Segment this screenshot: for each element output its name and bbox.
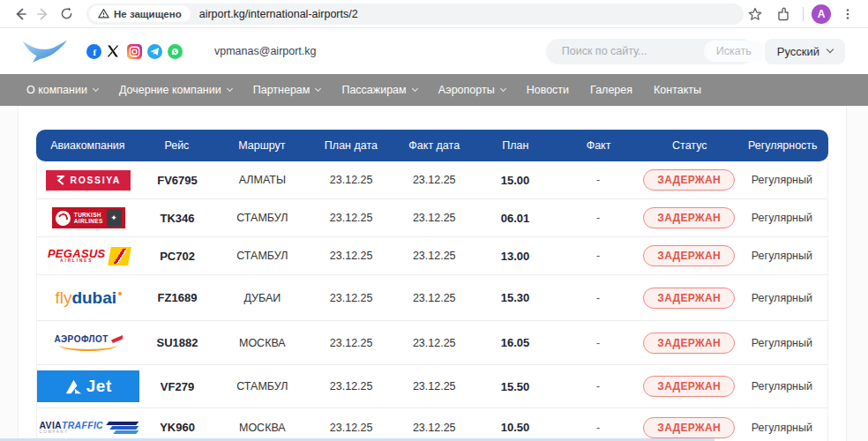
column-header-3: Маршрут	[214, 139, 310, 152]
cell-plan-date: 23.12.25	[310, 174, 393, 186]
cell-plan-time: 16.05	[475, 336, 555, 349]
cell-flight: YK960	[139, 421, 214, 434]
cell-plan-time: 13.00	[475, 250, 555, 263]
nav-item-label: Контакты	[654, 84, 701, 96]
airport-logo-icon[interactable]	[22, 37, 71, 65]
bookmark-star-icon[interactable]	[744, 3, 767, 26]
airline-logo-aviatraffic: AVIATRAFFICCOMPANY	[39, 421, 138, 435]
address-bar[interactable]: Не защищено airport.kg/international-air…	[86, 4, 744, 25]
cell-fact-date: 23.12.25	[393, 212, 475, 224]
nav-item-3[interactable]: Партнерам	[253, 84, 321, 96]
cell-regularity: Регулярный	[737, 337, 827, 349]
warning-icon	[98, 8, 109, 19]
cell-fact-time: -	[555, 337, 642, 349]
column-header-1: Авиакомпания	[36, 139, 139, 152]
nav-item-label: Партнерам	[253, 84, 311, 96]
extensions-icon[interactable]	[772, 3, 795, 26]
cell-flight: FZ1689	[139, 291, 214, 304]
cell-plan-time: 15.00	[475, 174, 555, 187]
airline-logo-turkish: TURKISHAIRLINES✦	[52, 207, 125, 228]
column-header-6: План	[475, 139, 555, 152]
status-badge: ЗАДЕРЖАН	[643, 207, 735, 228]
contact-email[interactable]: vpmanas@airport.kg	[214, 45, 317, 57]
content-card: АвиакомпанияРейсМаршрутПлан датаФакт дат…	[18, 106, 847, 441]
cell-airline: АЭРОФЛОТ	[37, 334, 139, 351]
nav-item-5[interactable]: Аэропорты	[438, 84, 505, 96]
cell-plan-date: 23.12.25	[310, 422, 393, 434]
cell-regularity: Регулярный	[737, 212, 827, 224]
column-header-4: План дата	[310, 139, 393, 152]
nav-item-4[interactable]: Пассажирам	[341, 84, 416, 96]
chevron-down-icon	[827, 46, 834, 53]
table-row: TURKISHAIRLINES✦TK346СТАМБУЛ23.12.2523.1…	[37, 199, 827, 237]
cell-route: МОСКВА	[215, 337, 311, 349]
cell-flight: FV6795	[139, 174, 214, 187]
aviatraffic-stripes-icon	[108, 422, 138, 434]
nav-item-label: О компании	[26, 84, 87, 96]
status-badge: ЗАДЕРЖАН	[643, 417, 735, 438]
status-badge: ЗАДЕРЖАН	[643, 169, 735, 191]
cell-fact-time: -	[555, 422, 642, 434]
cell-status: ЗАДЕРЖАН	[641, 169, 737, 191]
column-header-2: Рейс	[139, 139, 214, 152]
url-text: airport.kg/international-airports/2	[199, 8, 358, 20]
nav-item-2[interactable]: Дочерние компании	[119, 84, 232, 96]
svg-text:f: f	[93, 48, 96, 57]
chevron-down-icon	[227, 86, 233, 92]
cell-flight: VF279	[139, 380, 214, 393]
cell-plan-date: 23.12.25	[310, 380, 393, 392]
page-content: АвиакомпанияРейсМаршрутПлан датаФакт дат…	[0, 106, 868, 441]
cell-plan-time: 15.30	[475, 291, 555, 304]
cell-fact-date: 23.12.25	[393, 292, 475, 304]
nav-item-6[interactable]: Новости	[527, 84, 569, 96]
nav-item-label: Дочерние компании	[119, 84, 221, 96]
telegram-icon[interactable]	[147, 44, 162, 59]
cell-fact-date: 23.12.25	[393, 422, 475, 434]
nav-item-8[interactable]: Контакты	[654, 84, 701, 96]
profile-avatar[interactable]: A	[812, 4, 831, 24]
language-selector[interactable]: Русский	[765, 39, 845, 64]
flight-table-body: ROSSIYAFV6795АЛМАТЫ23.12.2523.12.2515.00…	[36, 161, 828, 441]
cell-status: ЗАДЕРЖАН	[641, 417, 737, 438]
language-label: Русский	[777, 45, 819, 58]
cell-fact-date: 23.12.25	[393, 250, 475, 262]
table-row: AVIATRAFFICCOMPANYYK960МОСКВА23.12.2523.…	[37, 408, 827, 441]
forward-icon[interactable]	[32, 3, 55, 26]
cell-regularity: Регулярный	[737, 174, 827, 186]
airline-logo-flydubai: flydubai	[55, 289, 122, 306]
nav-item-1[interactable]: О компании	[26, 84, 98, 96]
airline-logo-rossiya: ROSSIYA	[46, 170, 131, 191]
ajet-a-icon	[65, 378, 82, 395]
cell-plan-date: 23.12.25	[310, 212, 393, 224]
nav-item-7[interactable]: Галерея	[590, 84, 632, 96]
security-chip[interactable]: Не защищено	[89, 5, 191, 22]
cell-airline: flydubai	[37, 289, 139, 306]
back-icon[interactable]	[9, 3, 32, 26]
nav-item-label: Новости	[527, 84, 569, 96]
main-nav: О компанииДочерние компанииПартнерамПасс…	[0, 74, 868, 106]
instagram-icon[interactable]	[127, 44, 142, 59]
search-input[interactable]	[562, 45, 704, 57]
facebook-icon[interactable]: f	[86, 44, 101, 59]
flight-table: АвиакомпанияРейсМаршрутПлан датаФакт дат…	[36, 130, 828, 441]
browser-menu-icon[interactable]	[836, 3, 859, 26]
aeroflot-swoosh-icon	[59, 345, 117, 351]
cell-airline: ROSSIYA	[37, 170, 139, 191]
status-badge: ЗАДЕРЖАН	[643, 376, 735, 397]
cell-status: ЗАДЕРЖАН	[641, 333, 737, 354]
cell-airline: AVIATRAFFICCOMPANY	[37, 421, 139, 435]
reload-icon[interactable]	[55, 3, 78, 26]
turkish-bird-icon	[56, 211, 71, 226]
cell-status: ЗАДЕРЖАН	[641, 245, 737, 266]
x-icon[interactable]	[107, 44, 122, 59]
cell-flight: SU1882	[139, 336, 214, 349]
chevron-down-icon	[315, 86, 321, 92]
cell-plan-time: 10.50	[475, 421, 555, 434]
search-button[interactable]: Искать	[704, 41, 764, 62]
nav-item-label: Аэропорты	[438, 84, 495, 96]
cell-plan-time: 15.50	[475, 380, 555, 393]
cell-route: ДУБАИ	[215, 292, 311, 304]
table-row: flydubaiFZ1689ДУБАИ23.12.2523.12.2515.30…	[37, 275, 827, 321]
cell-plan-date: 23.12.25	[310, 250, 393, 262]
whatsapp-icon[interactable]	[168, 44, 183, 59]
